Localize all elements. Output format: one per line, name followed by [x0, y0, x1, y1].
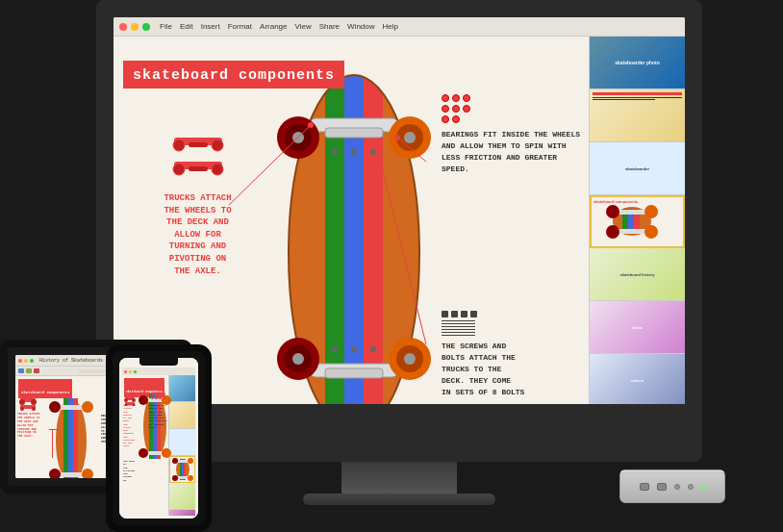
menu-view[interactable]: View [295, 22, 312, 31]
thumbnail-2[interactable] [590, 89, 685, 142]
page-title: skateboard components [133, 67, 335, 84]
svg-point-90 [188, 458, 193, 464]
phone-close [124, 370, 127, 373]
phone-thumb-4-active[interactable] [169, 456, 195, 483]
phone-bearing-dots [151, 393, 166, 399]
screw-dots [442, 311, 584, 336]
svg-point-76 [139, 448, 148, 458]
tablet-annotation-h-line [49, 429, 59, 430]
svg-point-92 [172, 475, 178, 481]
svg-point-3 [212, 139, 223, 151]
thumbnail-5[interactable]: skateboard history [590, 248, 685, 301]
trucks-description: TRUCKS ATTACHTHE WHEELS TOTHE DECK ANDAL… [123, 192, 272, 277]
menu-arrange[interactable]: Arrange [260, 22, 287, 31]
menu-help[interactable]: Help [383, 22, 398, 31]
thumbnail-7[interactable]: culture [590, 354, 685, 404]
svg-rect-91 [177, 476, 189, 479]
screw-dot [470, 311, 477, 317]
menu-window[interactable]: Window [347, 22, 374, 31]
svg-point-33 [332, 346, 338, 352]
menu-insert[interactable]: Insert [201, 22, 220, 31]
mac-mini-port-usb-a [657, 483, 667, 491]
screw-line [442, 335, 475, 336]
close-button[interactable] [119, 23, 127, 31]
screw-dot [451, 311, 458, 317]
svg-point-37 [308, 122, 314, 128]
tablet-minimize[interactable] [24, 359, 28, 363]
thumbnail-panel: skateboarder photo skateboarder skateboa… [589, 37, 685, 404]
tablet-tool-icon [26, 368, 32, 373]
phone-thumb-2[interactable] [169, 402, 195, 429]
tablet-close[interactable] [18, 359, 22, 363]
svg-point-31 [351, 149, 357, 155]
svg-point-63 [19, 399, 25, 405]
mac-mini-port-hdmi [640, 483, 649, 491]
svg-point-34 [351, 346, 357, 352]
fullscreen-button[interactable] [142, 23, 150, 31]
menu-share[interactable]: Share [319, 22, 340, 31]
svg-point-77 [162, 448, 171, 458]
mac-mini-body [619, 469, 725, 503]
svg-rect-15 [325, 128, 383, 138]
svg-rect-59 [60, 472, 83, 477]
menu-format[interactable]: Format [228, 22, 252, 31]
svg-point-6 [173, 164, 185, 175]
phone-thumb-3[interactable] [169, 429, 195, 456]
bearing-dot [452, 115, 460, 123]
thumbnail-4[interactable]: skateboard components [590, 195, 685, 248]
svg-point-79 [124, 398, 128, 402]
menu-edit[interactable]: Edit [180, 22, 193, 31]
bearing-dot [452, 105, 460, 113]
monitor-base [303, 494, 495, 505]
svg-point-60 [49, 469, 61, 478]
tablet-annotation-line [52, 429, 53, 458]
svg-rect-23 [325, 368, 383, 378]
phone-bottom-text: THE DECK ISTHE PLATFORMAND STANDS ON. [123, 460, 137, 482]
svg-rect-5 [189, 166, 208, 171]
svg-point-66 [20, 407, 24, 411]
svg-rect-1 [189, 142, 208, 147]
thumbnail-1[interactable]: skateboarder photo [590, 37, 685, 89]
phone-thumb-5[interactable] [169, 483, 195, 510]
menu-file[interactable]: File [160, 22, 172, 31]
bearing-dot [452, 94, 460, 102]
tablet-trucks-text-mini: TRUCKS ATTACHTHE WHEELS TOTHE DECK ANDAL… [17, 413, 41, 439]
phone-thumb-1[interactable] [169, 375, 195, 402]
svg-point-67 [32, 407, 36, 411]
phone-trucks-text: TRUCKSATTACHTHEWHEELSTO THEDECKANDALLOWF… [123, 404, 137, 448]
page-title-area: skateboard components [123, 61, 344, 89]
tablet-fullscreen[interactable] [30, 359, 34, 363]
phone-page-area: skateboard components [122, 375, 168, 516]
truck-svg [164, 133, 232, 181]
svg-rect-49 [618, 229, 646, 234]
minimize-button[interactable] [131, 23, 139, 31]
thumbnail-3[interactable]: skateboarder [590, 142, 685, 195]
phone-minimize [129, 370, 132, 373]
svg-rect-55 [73, 398, 78, 478]
mac-mini-top [620, 470, 724, 473]
screw-line [442, 329, 475, 330]
mac-mini-device [619, 469, 725, 503]
trucks-annotation: TRUCKS ATTACHTHE WHEELS TOTHE DECK ANDAL… [123, 133, 272, 277]
page-title-box: skateboard components [123, 61, 344, 89]
phone-content-layout: skateboard components [122, 367, 195, 516]
svg-rect-46 [618, 210, 646, 215]
thumbnail-6[interactable]: tricks [590, 301, 685, 354]
screws-annotation: THE SCREWS ANDBOLTS ATTACH THETRUCKS TO … [442, 311, 584, 398]
phone-thumb-6[interactable] [169, 510, 195, 516]
screw-line [442, 323, 475, 324]
svg-point-58 [82, 401, 93, 413]
svg-point-57 [49, 401, 61, 413]
bearing-dot [463, 94, 470, 102]
phone-screen: skateboard components [119, 358, 198, 519]
window-controls [119, 23, 150, 31]
tablet-tool-icon [34, 368, 39, 373]
phone-bezel: skateboard components [106, 344, 212, 532]
phone-device: skateboard components [106, 344, 212, 532]
screw-line [442, 332, 475, 333]
svg-rect-54 [68, 398, 73, 478]
bearing-dots [442, 94, 480, 123]
phone-menu [122, 367, 195, 375]
svg-point-93 [188, 475, 193, 481]
svg-point-47 [606, 205, 619, 218]
